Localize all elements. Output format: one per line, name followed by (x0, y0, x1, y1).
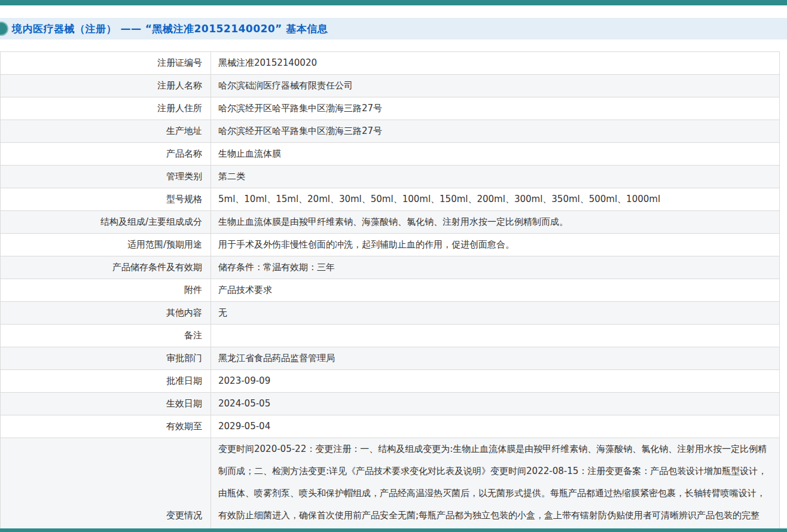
table-row: 有效期至 2029-05-04 (1, 415, 780, 438)
table-row: 注册人名称 哈尔滨础润医疗器械有限责任公司 (1, 75, 780, 97)
row-value: 哈尔滨经开区哈平路集中区渤海三路27号 (211, 120, 780, 143)
table-row: 型号规格 5ml、10ml、15ml、20ml、30ml、50ml、100ml、… (1, 188, 780, 211)
row-label: 有效期至 (1, 415, 211, 438)
row-label: 结构及组成/主要组成成分 (1, 211, 211, 234)
row-label: 附件 (1, 279, 211, 302)
row-label: 产品名称 (1, 143, 211, 166)
table-row: 结构及组成/主要组成成分 生物止血流体膜是由羧甲纤维素钠、海藻酸钠、氯化钠、注射… (1, 211, 780, 234)
row-label: 产品储存条件及有效期 (1, 256, 211, 279)
row-value: 2024-05-05 (211, 393, 780, 415)
page-title: 境内医疗器械（注册） —— “黑械注准20152140020” 基本信息 (12, 22, 328, 36)
row-label: 其他内容 (1, 302, 211, 325)
row-value: 黑龙江省食品药品监督管理局 (211, 347, 780, 370)
row-label: 审批部门 (1, 347, 211, 370)
row-value: 哈尔滨础润医疗器械有限责任公司 (211, 75, 780, 97)
row-value: 2023-09-09 (211, 370, 780, 393)
table-row: 变更情况 变更时间2020-05-22：变更注册：一、结构及组成变更为:生物止血… (1, 438, 780, 532)
table-row: 产品储存条件及有效期 储存条件：常温有效期：三年 (1, 256, 780, 279)
row-label: 注册人名称 (1, 75, 211, 97)
row-label: 备注 (1, 325, 211, 347)
registration-info-table: 注册证编号 黑械注准20152140020 注册人名称 哈尔滨础润医疗器械有限责… (0, 51, 780, 532)
row-label: 适用范围/预期用途 (1, 234, 211, 256)
row-value: 变更时间2020-05-22：变更注册：一、结构及组成变更为:生物止血流体膜是由… (211, 438, 780, 532)
row-value: 生物止血流体膜是由羧甲纤维素钠、海藻酸钠、氯化钠、注射用水按一定比例精制而成。 (211, 211, 780, 234)
registration-info-section: 注册证编号 黑械注准20152140020 注册人名称 哈尔滨础润医疗器械有限责… (0, 51, 787, 532)
row-value: 储存条件：常温有效期：三年 (211, 256, 780, 279)
table-row: 其他内容 无 (1, 302, 780, 325)
row-value (211, 325, 780, 347)
row-value: 第二类 (211, 166, 780, 188)
row-value: 生物止血流体膜 (211, 143, 780, 166)
row-value: 5ml、10ml、15ml、20ml、30ml、50ml、100ml、150ml… (211, 188, 780, 211)
table-row: 备注 (1, 325, 780, 347)
row-value: 无 (211, 302, 780, 325)
row-label: 型号规格 (1, 188, 211, 211)
registration-info-table-body: 注册证编号 黑械注准20152140020 注册人名称 哈尔滨础润医疗器械有限责… (1, 52, 780, 532)
row-label: 注册证编号 (1, 52, 211, 75)
table-row: 管理类别 第二类 (1, 166, 780, 188)
row-value: 2029-05-04 (211, 415, 780, 438)
table-row: 产品名称 生物止血流体膜 (1, 143, 780, 166)
row-label: 变更情况 (1, 438, 211, 532)
row-label: 注册人住所 (1, 97, 211, 120)
table-row: 适用范围/预期用途 用于手术及外伤非慢性创面的冲洗，起到辅助止血的作用，促进创面… (1, 234, 780, 256)
row-value: 黑械注准20152140020 (211, 52, 780, 75)
bottom-teal-bar (0, 528, 787, 532)
site-logo-icon (0, 22, 8, 36)
row-value: 产品技术要求 (211, 279, 780, 302)
row-label: 批准日期 (1, 370, 211, 393)
table-row: 生产地址 哈尔滨经开区哈平路集中区渤海三路27号 (1, 120, 780, 143)
row-label: 管理类别 (1, 166, 211, 188)
page-header: 境内医疗器械（注册） —— “黑械注准20152140020” 基本信息 (0, 18, 787, 39)
row-label: 生效日期 (1, 393, 211, 415)
row-value: 哈尔滨经开区哈平路集中区渤海三路27号 (211, 97, 780, 120)
table-row: 批准日期 2023-09-09 (1, 370, 780, 393)
table-row: 附件 产品技术要求 (1, 279, 780, 302)
table-row: 注册证编号 黑械注准20152140020 (1, 52, 780, 75)
top-teal-bar (0, 0, 787, 5)
table-row: 审批部门 黑龙江省食品药品监督管理局 (1, 347, 780, 370)
row-value: 用于手术及外伤非慢性创面的冲洗，起到辅助止血的作用，促进创面愈合。 (211, 234, 780, 256)
table-row: 生效日期 2024-05-05 (1, 393, 780, 415)
row-label: 生产地址 (1, 120, 211, 143)
table-row: 注册人住所 哈尔滨经开区哈平路集中区渤海三路27号 (1, 97, 780, 120)
